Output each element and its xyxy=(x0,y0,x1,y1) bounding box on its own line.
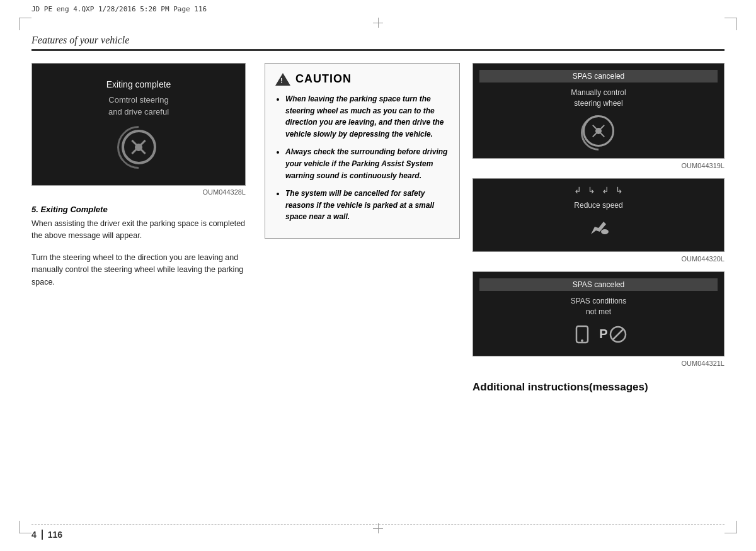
caution-triangle-icon xyxy=(275,73,290,86)
section-heading: Features of your vehicle xyxy=(32,35,724,51)
right-column: SPAS canceled Manually controlsteering w… xyxy=(472,63,724,513)
svg-point-2 xyxy=(581,339,583,342)
no-circle xyxy=(609,326,627,343)
page-header: JD PE eng 4.QXP 1/28/2016 5:20 PM Page 1… xyxy=(32,5,724,13)
panel-3-title: SPAS canceled xyxy=(479,278,718,291)
exiting-complete-title: 5. Exiting Complete xyxy=(32,205,252,214)
additional-instructions-title: Additional instructions(messages) xyxy=(472,381,724,394)
panel-3-wrapper: SPAS canceled SPAS conditionsnot met P xyxy=(472,271,724,368)
panel-1-title: SPAS canceled xyxy=(479,70,718,82)
caution-item-3: The system will be cancelled for safety … xyxy=(285,188,449,223)
steering-wheel-icon xyxy=(122,130,156,164)
conditions-icon: P xyxy=(570,322,626,346)
svg-point-0 xyxy=(601,229,609,234)
main-content: Exiting complete Comtrol steering and dr… xyxy=(32,63,724,513)
indicator-1: ↲ xyxy=(574,185,581,195)
footer-page: 116 xyxy=(48,530,62,540)
panel-steering-container xyxy=(580,114,617,152)
panel-2-caption: OUM044320L xyxy=(472,254,724,264)
panel-1-caption: OUM044319L xyxy=(472,161,724,171)
steering-center xyxy=(135,144,142,151)
corner-mark-br xyxy=(724,521,737,533)
caution-item-1: When leaving the parking space turn the … xyxy=(285,93,449,140)
caution-title: CAUTION xyxy=(295,72,352,86)
panel-1-body: Manually controlsteering wheel xyxy=(571,88,626,109)
image-caption-1: OUM044328L xyxy=(32,188,246,196)
file-info: JD PE eng 4.QXP 1/28/2016 5:20 PM Page 1… xyxy=(32,5,207,13)
panel-3-caption: OUM044321L xyxy=(472,358,724,368)
corner-mark-bl xyxy=(19,521,32,533)
panel-steering-wheel xyxy=(583,115,614,147)
left-column: Exiting complete Comtrol steering and dr… xyxy=(32,63,252,513)
dash-title: Exiting complete xyxy=(106,79,171,89)
display-panel-2: ↲ ↳ ↲ ↳ Reduce speed xyxy=(472,178,724,253)
caution-item-2: Always check the surrounding before driv… xyxy=(285,146,449,181)
indicator-3: ↲ xyxy=(602,185,609,195)
indicator-2: ↳ xyxy=(588,185,595,195)
footer-chapter: 4 xyxy=(32,530,43,540)
panel-steering-center xyxy=(595,128,602,134)
caution-box: CAUTION When leaving the parking space t… xyxy=(265,63,460,239)
panel-3-body: SPAS conditionsnot met xyxy=(571,296,627,317)
panel-2-body: Reduce speed xyxy=(574,200,622,211)
dashboard-image: Exiting complete Comtrol steering and dr… xyxy=(32,63,246,186)
no-symbol xyxy=(570,322,594,346)
corner-mark-tr xyxy=(724,18,737,30)
center-mark-top xyxy=(373,18,383,28)
panel-2-wrapper: ↲ ↳ ↲ ↳ Reduce speed OUM044320L xyxy=(472,178,724,264)
caution-list: When leaving the parking space turn the … xyxy=(275,93,449,223)
indicator-4: ↳ xyxy=(616,185,623,195)
section-title: Features of your vehicle xyxy=(32,35,129,45)
brake-icon xyxy=(586,215,611,242)
body-text-1: When assisting the driver exit the parki… xyxy=(32,218,252,242)
page-footer: 4 116 xyxy=(32,524,724,540)
svg-line-4 xyxy=(613,329,623,339)
middle-column: CAUTION When leaving the parking space t… xyxy=(265,63,460,513)
display-panel-3: SPAS canceled SPAS conditionsnot met P xyxy=(472,271,724,356)
p-letter: P xyxy=(599,327,607,341)
steering-wheel-container xyxy=(117,125,161,169)
display-panel-1: SPAS canceled Manually controlsteering w… xyxy=(472,63,724,159)
panel-1-wrapper: SPAS canceled Manually controlsteering w… xyxy=(472,63,724,171)
body-text-2: Turn the steering wheel to the direction… xyxy=(32,252,252,288)
speed-indicators: ↲ ↳ ↲ ↳ xyxy=(574,185,623,195)
corner-mark-tl xyxy=(19,18,32,30)
dash-subtitle: Comtrol steering and drive careful xyxy=(108,94,169,117)
caution-header: CAUTION xyxy=(275,72,449,86)
